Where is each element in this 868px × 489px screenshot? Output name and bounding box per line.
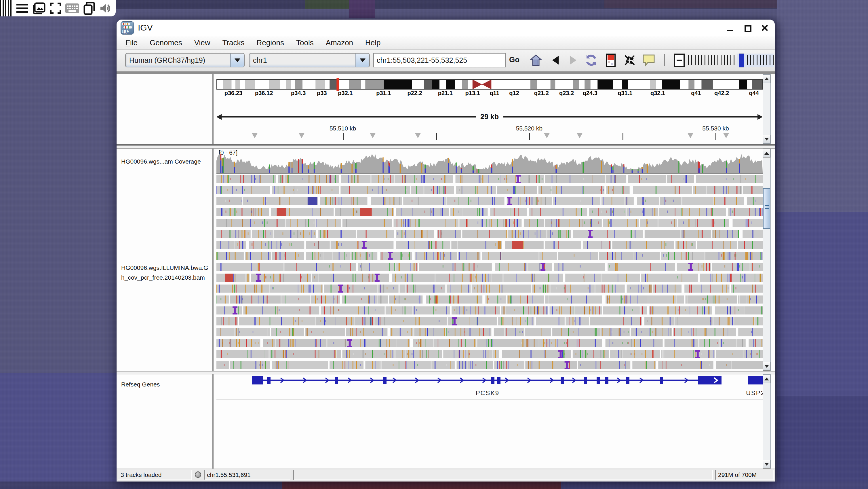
- read[interactable]: [507, 197, 552, 205]
- read[interactable]: [696, 175, 763, 183]
- read[interactable]: [589, 208, 658, 216]
- chevron-down-icon[interactable]: [230, 54, 244, 67]
- read[interactable]: [734, 317, 754, 325]
- read[interactable]: [305, 328, 345, 336]
- coverage-track-name[interactable]: HG00096.wgs...am Coverage: [121, 158, 201, 165]
- zoom-out-button[interactable]: [674, 54, 685, 67]
- ruler[interactable]: 29 kb55,510 kb55,520 kb55,530 kb: [216, 74, 763, 144]
- read[interactable]: [457, 361, 493, 369]
- read[interactable]: [658, 361, 713, 369]
- read[interactable]: [716, 350, 763, 358]
- genes-track-name[interactable]: Refseq Genes: [121, 381, 160, 388]
- alignment-track-name-line2[interactable]: h_cov_pcr_free.20140203.bam: [121, 274, 205, 281]
- zoom-tick[interactable]: [711, 55, 712, 65]
- read[interactable]: [371, 197, 402, 205]
- zoom-tick[interactable]: [705, 55, 705, 65]
- read[interactable]: [538, 186, 604, 194]
- read[interactable]: [459, 219, 522, 227]
- locus-panel-scrollbar[interactable]: [763, 74, 771, 144]
- read[interactable]: [507, 295, 544, 304]
- locus-input[interactable]: [373, 53, 506, 67]
- exon[interactable]: [497, 377, 500, 384]
- zoom-tick[interactable]: [701, 55, 702, 65]
- exon[interactable]: [267, 377, 271, 384]
- read[interactable]: [501, 307, 549, 315]
- read[interactable]: [447, 197, 504, 205]
- read[interactable]: [380, 252, 412, 260]
- read[interactable]: [649, 307, 712, 315]
- zoom-tick[interactable]: [727, 55, 728, 65]
- zoom-tick[interactable]: [763, 55, 764, 65]
- read[interactable]: [539, 339, 602, 347]
- read[interactable]: [716, 361, 763, 369]
- read[interactable]: [269, 350, 341, 358]
- alignment-track-name-line1[interactable]: HG00096.wgs.ILLUMINA.bwa.G: [121, 264, 208, 271]
- panel-splitter[interactable]: [117, 145, 775, 149]
- zoom-tick[interactable]: [714, 55, 715, 65]
- read[interactable]: [357, 230, 394, 238]
- clipboard-icon[interactable]: [82, 2, 96, 15]
- read[interactable]: [494, 328, 524, 336]
- read[interactable]: [647, 295, 684, 304]
- read[interactable]: [216, 263, 284, 271]
- zoom-tick[interactable]: [753, 55, 754, 65]
- zoom-tick[interactable]: [721, 55, 721, 65]
- menu-file[interactable]: File: [119, 38, 144, 47]
- zoom-tick[interactable]: [760, 55, 761, 65]
- read[interactable]: [675, 317, 713, 325]
- read[interactable]: [400, 285, 445, 293]
- home-button[interactable]: [529, 54, 543, 67]
- exon[interactable]: [626, 377, 629, 384]
- read[interactable]: [693, 186, 742, 194]
- feature-panel-scrollbar[interactable]: [763, 374, 771, 469]
- scroll-up-button[interactable]: [763, 375, 770, 383]
- read[interactable]: [673, 328, 736, 336]
- read[interactable]: [743, 186, 763, 194]
- zoom-tick[interactable]: [698, 55, 699, 65]
- roi-marker-icon[interactable]: [252, 133, 257, 138]
- roi-marker-icon[interactable]: [544, 133, 550, 138]
- zoom-tick[interactable]: [731, 55, 731, 65]
- screenshot-icon[interactable]: [32, 2, 46, 15]
- exon[interactable]: [252, 376, 263, 384]
- read[interactable]: [631, 328, 672, 336]
- zoom-tick[interactable]: [688, 55, 689, 65]
- chromosome-select[interactable]: chr1: [249, 53, 370, 67]
- read[interactable]: [216, 175, 276, 183]
- refseq-genes-track[interactable]: [216, 374, 763, 387]
- read[interactable]: [712, 230, 739, 238]
- read[interactable]: [697, 241, 737, 249]
- close-button[interactable]: [761, 24, 768, 32]
- read[interactable]: [350, 339, 410, 347]
- fullscreen-icon[interactable]: [48, 2, 63, 15]
- read[interactable]: [525, 328, 551, 336]
- read[interactable]: [230, 361, 270, 369]
- read[interactable]: [413, 339, 476, 347]
- read[interactable]: [744, 307, 763, 315]
- read[interactable]: [637, 197, 659, 205]
- scroll-up-button[interactable]: [763, 75, 770, 83]
- exon[interactable]: [597, 377, 600, 384]
- read[interactable]: [578, 361, 630, 369]
- read[interactable]: [529, 208, 587, 216]
- exon[interactable]: [561, 377, 564, 384]
- read[interactable]: [552, 328, 630, 336]
- back-button[interactable]: [548, 54, 563, 67]
- read[interactable]: [661, 252, 705, 260]
- read[interactable]: [269, 285, 323, 293]
- menu-amazon[interactable]: Amazon: [320, 38, 359, 47]
- read[interactable]: [271, 328, 304, 336]
- read[interactable]: [601, 274, 640, 282]
- read[interactable]: [374, 317, 447, 325]
- read[interactable]: [216, 317, 238, 325]
- gene-name-label[interactable]: USP24: [746, 390, 763, 397]
- read[interactable]: [216, 186, 270, 194]
- forward-button[interactable]: [566, 54, 581, 67]
- read[interactable]: [451, 208, 488, 216]
- exon[interactable]: [605, 377, 609, 384]
- read[interactable]: [613, 241, 674, 249]
- genome-select[interactable]: Human (GRCh37/hg19): [125, 53, 245, 67]
- read[interactable]: [390, 328, 413, 336]
- read[interactable]: [458, 252, 480, 260]
- read[interactable]: [558, 252, 598, 260]
